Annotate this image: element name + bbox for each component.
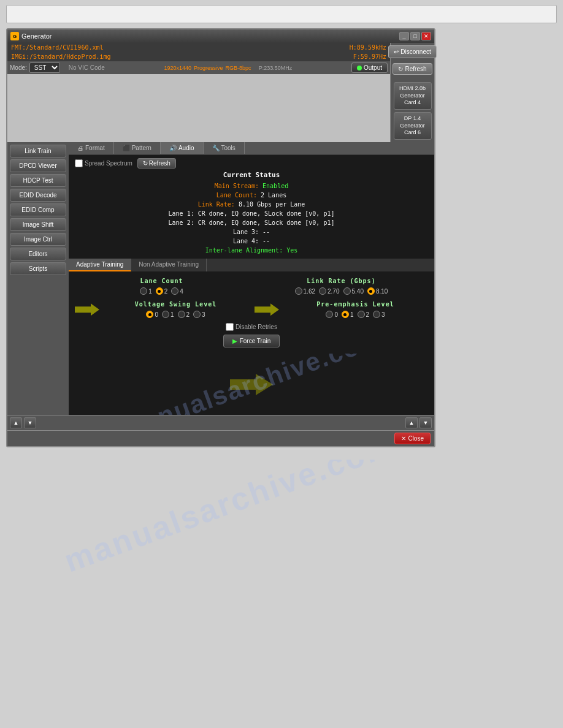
vs-1-circle[interactable] <box>162 311 169 318</box>
left-sidebar: Link Train DPCD Viewer HDCP Test EDID De… <box>7 142 69 415</box>
spread-spectrum-checkbox[interactable] <box>75 159 83 167</box>
main-stream-value: Enabled <box>262 183 288 189</box>
right-refresh-label: Refresh <box>405 66 426 72</box>
link-rate-810[interactable]: 8.10 <box>367 287 388 295</box>
pe-2[interactable]: 2 <box>358 311 370 318</box>
pe-3-circle[interactable] <box>373 311 380 318</box>
pe-3[interactable]: 3 <box>373 311 385 318</box>
adaptive-label: Adaptive Training <box>76 261 123 268</box>
pe-1[interactable]: 1 <box>342 311 354 318</box>
output-button[interactable]: Output <box>351 63 388 73</box>
vs-1[interactable]: 1 <box>162 311 174 318</box>
tab-format[interactable]: 🖨 Format <box>69 142 114 154</box>
refresh-icon-right: ↻ <box>398 66 403 72</box>
sidebar-scripts[interactable]: Scripts <box>10 262 66 275</box>
format-icon: 🖨 <box>77 145 83 151</box>
lane-count-2-circle[interactable] <box>156 287 163 295</box>
f-freq: F:59.97Hz <box>353 53 386 60</box>
vs-2[interactable]: 2 <box>178 311 190 318</box>
lane-count-1[interactable]: 1 <box>140 287 152 295</box>
tab-pattern[interactable]: ⬛ Pattern <box>114 142 161 154</box>
disable-retries-label[interactable]: Disable Retries <box>75 323 428 331</box>
tab-audio[interactable]: 🔊 Audio <box>161 142 204 154</box>
h-freq: H:89.59kHz <box>350 44 386 51</box>
sidebar-image-ctrl[interactable]: Image Ctrl <box>10 233 66 246</box>
arrow-icon-left <box>75 303 99 316</box>
disconnect-button[interactable]: ↩ Disconnect <box>388 45 436 58</box>
p-freq: P:233.50MHz <box>259 65 293 71</box>
disconnect-label: Disconnect <box>400 48 431 55</box>
pe-3-label: 3 <box>381 311 385 318</box>
vs-3[interactable]: 3 <box>193 311 205 318</box>
lane-count-4-label: 4 <box>180 288 183 295</box>
pre-emphasis-row: Pre-emphasis Level 0 1 <box>255 301 428 318</box>
vs-0-circle[interactable] <box>146 311 153 318</box>
voltage-swing-title: Voltage Swing Level <box>103 301 248 308</box>
link-rate-162[interactable]: 1.62 <box>295 287 315 295</box>
lane-count-4-circle[interactable] <box>171 287 178 295</box>
pe-0[interactable]: 0 <box>326 311 338 318</box>
close-button[interactable]: ✕ Close <box>394 433 431 444</box>
window-icon: G <box>10 32 19 40</box>
nav-up-button[interactable]: ▲ <box>10 417 22 428</box>
title-bar-left: G Generator <box>10 32 52 40</box>
sidebar-editors[interactable]: Editors <box>10 248 66 260</box>
lane-count-2[interactable]: 2 <box>156 287 168 295</box>
non-adaptive-training-tab[interactable]: Non Adaptive Training <box>131 259 207 271</box>
link-rate-162-circle[interactable] <box>295 287 302 295</box>
link-rate-540-circle[interactable] <box>343 287 351 295</box>
svg-marker-0 <box>230 374 273 395</box>
pe-0-circle[interactable] <box>326 311 333 318</box>
title-close-button[interactable]: ✕ <box>421 32 431 40</box>
link-rate-540[interactable]: 5.40 <box>343 287 364 295</box>
right-refresh-button[interactable]: ↻ Refresh <box>393 63 432 75</box>
link-rate-810-circle[interactable] <box>367 287 375 295</box>
status-refresh-button[interactable]: ↻ Refresh <box>137 158 176 169</box>
scan-type: Progressive <box>194 65 223 71</box>
close-x-icon: ✕ <box>401 435 406 442</box>
hdmi-card-btn[interactable]: HDMI 2.0b Generator Card 4 <box>394 82 432 110</box>
center-arrow-svg <box>230 374 273 395</box>
vs-0[interactable]: 0 <box>146 311 158 318</box>
maximize-button[interactable]: □ <box>410 32 420 40</box>
right-nav-down-button[interactable]: ▼ <box>419 417 432 428</box>
disable-retries-checkbox[interactable] <box>226 323 234 331</box>
mode-select[interactable]: SST MST <box>29 63 60 73</box>
sidebar-hdcp-test[interactable]: HDCP Test <box>10 174 66 187</box>
status-main-stream: Main Stream: Enabled <box>75 181 428 191</box>
img-path: IMGi:/Standard/HdcpProd.img <box>11 53 111 60</box>
pre-emphasis-section: Pre-emphasis Level 0 1 <box>255 301 428 318</box>
sidebar-edid-decode[interactable]: EDID Decode <box>10 189 66 202</box>
pe-1-circle[interactable] <box>342 311 349 318</box>
lane-count-label: Lane Count: <box>216 192 257 199</box>
tab-tools[interactable]: 🔧 Tools <box>204 142 245 154</box>
link-rate-540-label: 5.40 <box>352 288 364 295</box>
right-nav-up-button[interactable]: ▲ <box>405 417 418 428</box>
dp-card-btn[interactable]: DP 1.4 Generator Card 6 <box>394 112 432 140</box>
nav-down-button[interactable]: ▼ <box>24 417 36 428</box>
refresh-icon: ↻ <box>143 160 148 167</box>
spread-spectrum-label[interactable]: Spread Spectrum <box>75 159 132 167</box>
sidebar-edid-comp[interactable]: EDID Comp <box>10 203 66 216</box>
sidebar-image-shift[interactable]: Image Shift <box>10 218 66 231</box>
pe-2-circle[interactable] <box>358 311 365 318</box>
lane-count-1-circle[interactable] <box>140 287 147 295</box>
bottom-spacer <box>39 415 403 430</box>
vs-2-circle[interactable] <box>178 311 185 318</box>
sidebar-link-train[interactable]: Link Train <box>10 145 66 157</box>
adaptive-training-tab[interactable]: Adaptive Training <box>69 259 131 271</box>
lane-count-radio-group: 1 2 4 <box>75 287 248 295</box>
tab-pattern-label: Pattern <box>132 145 151 151</box>
link-rate-270[interactable]: 2.70 <box>319 287 339 295</box>
link-rate-810-label: 8.10 <box>376 288 388 295</box>
output-indicator <box>357 66 362 70</box>
bottom-bar: ▲ ▼ ▲ ▼ <box>7 415 434 430</box>
lane-count-4[interactable]: 4 <box>171 287 183 295</box>
nav-tabs: 🖨 Format ⬛ Pattern 🔊 Audio 🔧 Tools <box>69 142 434 154</box>
right-nav-arrows: ▲ ▼ <box>403 415 434 430</box>
minimize-button[interactable]: _ <box>399 32 409 40</box>
link-rate-270-circle[interactable] <box>319 287 326 295</box>
force-train-button[interactable]: ▶ Force Train <box>223 335 280 347</box>
sidebar-dpcd-viewer[interactable]: DPCD Viewer <box>10 159 66 172</box>
vs-3-circle[interactable] <box>193 311 201 318</box>
